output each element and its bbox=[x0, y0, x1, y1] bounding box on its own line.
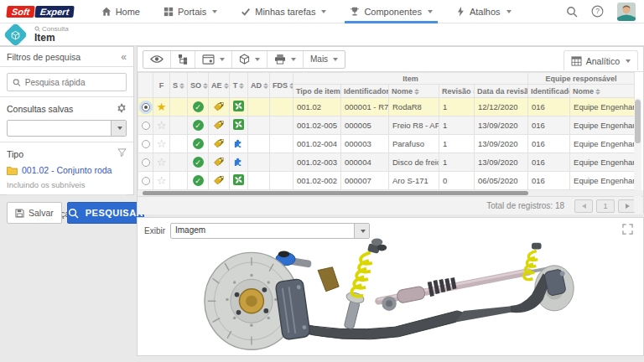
folder-icon bbox=[7, 166, 18, 175]
table-footer: Total de registros: 18 1 bbox=[138, 196, 643, 215]
type-filter-value[interactable]: 001.02 - Conjunto roda bbox=[7, 165, 127, 175]
nav-home[interactable]: Home bbox=[90, 0, 152, 23]
table-row[interactable]: ☆ ✓ 001.02-004 000003 Parafuso 1 13/09/2… bbox=[138, 135, 635, 153]
cell-tipo-de-item: 001.02-002 bbox=[293, 172, 341, 190]
cell-tipo-de-item: 001.02-004 bbox=[293, 135, 341, 153]
nav-minhas-tarefas[interactable]: Minhas tarefas bbox=[229, 0, 338, 23]
col-ae[interactable]: AE bbox=[209, 73, 230, 98]
cell-identificador: 000001 - R7 bbox=[341, 98, 389, 116]
cell-equipe-nome: Equipe Engenharia bbox=[570, 135, 635, 153]
cell-revisao: 1 bbox=[439, 116, 475, 135]
favorite-star-icon[interactable]: ☆ bbox=[157, 137, 167, 150]
collapse-panel-icon[interactable]: « bbox=[121, 51, 127, 63]
cell-tipo-de-item: 001.02-003 bbox=[293, 153, 341, 172]
status-approved-icon: ✓ bbox=[193, 138, 204, 149]
col-equipe-nome[interactable]: Nome bbox=[570, 85, 635, 98]
cell-nome: Disco de freio R8 bbox=[389, 153, 439, 172]
quick-search-input[interactable] bbox=[25, 78, 121, 87]
table-horizontal-scrollbar[interactable] bbox=[138, 190, 643, 196]
current-page-button[interactable]: 1 bbox=[596, 199, 615, 213]
cell-data-revisao: 13/09/2020 bbox=[475, 153, 528, 172]
chevron-down-icon bbox=[506, 10, 512, 13]
lightning-icon bbox=[456, 7, 465, 17]
cell-tipo-de-item: 001.02 bbox=[293, 98, 341, 116]
col-nome[interactable]: Nome bbox=[389, 85, 439, 98]
col-identificador[interactable]: Identificador bbox=[341, 85, 389, 98]
cell-equipe-identificador: 016 bbox=[528, 116, 570, 135]
cell-equipe-nome: Equipe Engenharia bbox=[570, 116, 635, 135]
col-favorite[interactable]: F bbox=[153, 73, 170, 98]
cell-equipe-nome: Equipe Engenharia bbox=[570, 172, 635, 190]
card-view-button[interactable] bbox=[195, 51, 232, 68]
favorite-star-icon[interactable]: ☆ bbox=[157, 174, 167, 187]
col-data-revisao[interactable]: Data da revisão bbox=[475, 85, 528, 98]
cell-equipe-identificador: 016 bbox=[528, 98, 570, 116]
chevron-down-icon bbox=[291, 58, 296, 61]
nav-componentes[interactable]: Componentes bbox=[338, 0, 444, 23]
search-filters-panel: Filtros de pesquisa « Consultas salvas T… bbox=[0, 46, 134, 195]
col-so[interactable]: SO bbox=[188, 73, 209, 98]
cell-revisao: 1 bbox=[439, 98, 475, 116]
row-select-radio[interactable] bbox=[142, 103, 150, 111]
favorite-star-icon[interactable]: ☆ bbox=[157, 119, 167, 132]
logo-expert: Expert bbox=[35, 6, 75, 18]
table-row[interactable]: ☆ ✓ 001.02-002 000007 Aro S-171 0 06/05/… bbox=[138, 172, 635, 190]
view-mode-selector[interactable]: Analítico bbox=[564, 50, 638, 70]
user-avatar[interactable] bbox=[617, 3, 636, 21]
cell-identificador: 000003 bbox=[341, 135, 389, 153]
table-row[interactable]: ★ ✓ 001.02 000001 - R7 RodaR8 1 12/12/20… bbox=[138, 98, 635, 116]
cell-data-revisao: 13/09/2020 bbox=[475, 135, 528, 153]
breadcrumb: Consulta Item bbox=[0, 23, 644, 46]
col-equipe-identificador[interactable]: Identificador bbox=[528, 85, 570, 98]
table-row[interactable]: ☆ ✓ 001.02-005 000005 Freio R8 - APQP 1 … bbox=[138, 116, 635, 135]
row-select-radio[interactable] bbox=[142, 122, 150, 130]
more-actions-button[interactable]: Mais bbox=[304, 51, 345, 68]
expand-panel-icon[interactable] bbox=[622, 224, 633, 236]
prev-page-button[interactable] bbox=[574, 199, 593, 213]
grid-icon bbox=[164, 7, 174, 17]
search-submit-button[interactable]: PESQUISAR bbox=[67, 202, 144, 224]
structure-tree-button[interactable] bbox=[171, 51, 195, 68]
3d-view-button[interactable] bbox=[232, 51, 267, 68]
logo-soft: Soft bbox=[6, 6, 35, 18]
group-header-item: Item bbox=[293, 73, 528, 85]
cell-identificador: 000007 bbox=[341, 172, 389, 190]
clear-type-filter[interactable] bbox=[117, 148, 127, 159]
puzzle-icon bbox=[233, 156, 244, 167]
col-revisao[interactable]: Revisão bbox=[439, 85, 475, 98]
row-select-radio[interactable] bbox=[142, 140, 150, 148]
cell-revisao: 1 bbox=[439, 135, 475, 153]
favorite-star-icon[interactable]: ☆ bbox=[157, 156, 167, 168]
process-icon bbox=[233, 174, 244, 185]
cell-equipe-identificador: 016 bbox=[528, 153, 570, 172]
preview-mode-select[interactable]: Imagem bbox=[170, 223, 370, 239]
view-record-button[interactable] bbox=[143, 51, 171, 68]
nav-atalhos[interactable]: Atalhos bbox=[444, 0, 523, 23]
top-navigation-bar: Soft Expert Home Portais Minhas tarefas … bbox=[0, 0, 644, 23]
saved-queries-settings[interactable] bbox=[117, 103, 127, 115]
print-button[interactable] bbox=[267, 51, 304, 68]
row-select-radio[interactable] bbox=[142, 177, 150, 185]
col-fds[interactable]: FDS bbox=[270, 73, 293, 98]
saved-query-select[interactable] bbox=[7, 120, 127, 137]
chevron-down-icon bbox=[212, 10, 217, 13]
chevron-down-icon bbox=[333, 58, 338, 61]
quick-search-box bbox=[7, 73, 127, 91]
col-ad[interactable]: AD bbox=[248, 73, 270, 98]
col-tipo-de-item[interactable]: Tipo de item bbox=[293, 85, 341, 98]
save-button[interactable]: Salvar bbox=[7, 202, 62, 224]
status-approved-icon: ✓ bbox=[193, 175, 204, 186]
tags-icon bbox=[213, 137, 225, 149]
softexpert-logo[interactable]: Soft Expert bbox=[7, 6, 75, 18]
search-icon[interactable] bbox=[566, 6, 578, 18]
total-records-label: Total de registros: 18 bbox=[486, 201, 564, 210]
favorite-star-icon[interactable]: ★ bbox=[157, 101, 167, 113]
col-s[interactable]: S bbox=[170, 73, 188, 98]
row-select-radio[interactable] bbox=[142, 158, 150, 167]
table-row[interactable]: ☆ ✓ 001.02-003 000004 Disco de freio R8 … bbox=[138, 153, 635, 172]
nav-portais[interactable]: Portais bbox=[152, 0, 229, 23]
table-vertical-scrollbar[interactable] bbox=[634, 98, 641, 214]
help-icon[interactable]: ? bbox=[591, 5, 604, 18]
item-image-preview bbox=[138, 238, 643, 355]
col-t[interactable]: T bbox=[230, 73, 248, 98]
